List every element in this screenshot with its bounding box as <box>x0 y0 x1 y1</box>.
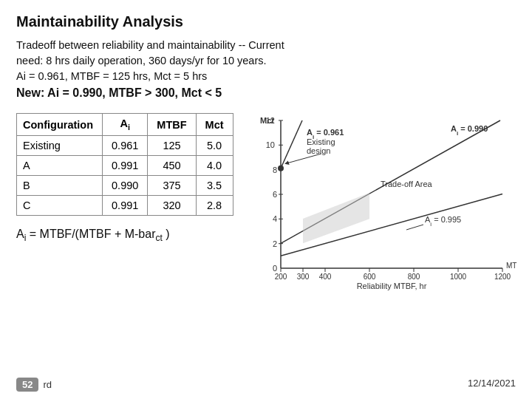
svg-text:800: 800 <box>407 273 420 281</box>
svg-line-44 <box>406 225 423 230</box>
svg-text:600: 600 <box>363 273 375 281</box>
row-mtbf: 450 <box>148 156 196 176</box>
svg-text:Reliability MTBF, hr: Reliability MTBF, hr <box>356 282 426 290</box>
row-ai: 0.991 <box>103 156 148 176</box>
col-header-mtbf: MTBF <box>148 114 196 136</box>
svg-text:MTBF: MTBF <box>506 262 517 270</box>
formula-block: Ai = MTBF/(MTBF + M-barct ) <box>16 228 233 243</box>
left-panel: Configuration Ai MTBF Mct Existing 0.961… <box>16 113 233 243</box>
chart-svg: 12 10 8 6 4 2 0 Mct 200 <box>251 113 517 290</box>
desc-line2: need: 8 hrs daily operation, 360 days/yr… <box>16 55 267 66</box>
svg-text:1200: 1200 <box>494 273 511 281</box>
svg-text:4: 4 <box>272 215 276 224</box>
svg-text:design: design <box>307 146 330 155</box>
svg-point-36 <box>278 166 284 171</box>
svg-text:400: 400 <box>318 273 331 281</box>
svg-text:1000: 1000 <box>449 273 466 281</box>
page-number: 52 <box>16 378 38 392</box>
footer-date: 12/14/2021 <box>468 378 516 392</box>
svg-text:0: 0 <box>272 264 276 273</box>
footer-label: rd <box>43 379 52 390</box>
svg-text:Ai = 0.995: Ai = 0.995 <box>425 215 461 228</box>
svg-text:300: 300 <box>296 273 309 281</box>
row-config: B <box>17 176 103 196</box>
row-ai: 0.990 <box>103 176 148 196</box>
row-mct: 5.0 <box>196 136 233 156</box>
svg-text:Trade-off Area: Trade-off Area <box>381 180 433 188</box>
footer: 52 rd 12/14/2021 <box>0 378 532 392</box>
row-mct: 2.8 <box>196 196 233 216</box>
row-config: Existing <box>17 136 103 156</box>
description-block: Tradeoff between reliability and maintai… <box>16 38 516 101</box>
config-table: Configuration Ai MTBF Mct Existing 0.961… <box>16 113 233 216</box>
svg-marker-35 <box>303 193 369 243</box>
row-mtbf: 320 <box>148 196 196 216</box>
desc-line3: Ai = 0.961, MTBF = 125 hrs, Mct = 5 hrs <box>16 70 207 82</box>
table-row: C 0.991 320 2.8 <box>17 196 233 216</box>
row-ai: 0.961 <box>103 136 148 156</box>
col-header-mct: Mct <box>196 114 233 136</box>
table-row: B 0.990 375 3.5 <box>17 176 233 196</box>
chart-area: 12 10 8 6 4 2 0 Mct 200 <box>251 113 517 290</box>
svg-text:Existing: Existing <box>307 137 335 146</box>
svg-text:200: 200 <box>274 273 287 281</box>
row-mtbf: 125 <box>148 136 196 156</box>
table-row: Existing 0.961 125 5.0 <box>17 136 233 156</box>
svg-text:6: 6 <box>272 190 276 199</box>
col-header-config: Configuration <box>17 114 103 136</box>
svg-text:8: 8 <box>272 166 276 174</box>
row-config: C <box>17 196 103 216</box>
row-mtbf: 375 <box>148 176 196 196</box>
desc-line4: New: Ai = 0.990, MTBF > 300, Mct < 5 <box>16 86 222 99</box>
main-content: Configuration Ai MTBF Mct Existing 0.961… <box>16 113 516 290</box>
col-header-ai: Ai <box>103 114 148 136</box>
row-ai: 0.991 <box>103 196 148 216</box>
row-mct: 4.0 <box>196 156 233 176</box>
table-row: A 0.991 450 4.0 <box>17 156 233 176</box>
row-config: A <box>17 156 103 176</box>
svg-text:Ai = 0.990: Ai = 0.990 <box>451 124 488 137</box>
svg-line-32 <box>281 120 302 168</box>
row-mct: 3.5 <box>196 176 233 196</box>
page-title: Maintainability Analysis <box>16 13 516 30</box>
svg-text:Mct: Mct <box>260 116 274 125</box>
desc-line1: Tradeoff between reliability and maintai… <box>16 39 284 51</box>
svg-text:2: 2 <box>272 239 276 248</box>
svg-text:10: 10 <box>265 141 274 150</box>
